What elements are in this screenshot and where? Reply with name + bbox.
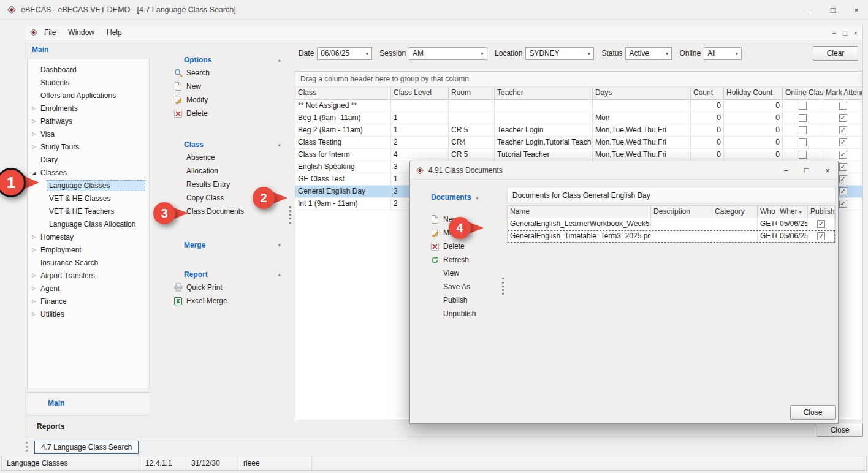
expand-tree-icon[interactable]: ▷ bbox=[30, 273, 38, 278]
menu-file[interactable]: File bbox=[39, 26, 61, 39]
document-row[interactable]: GeneralEnglish_LearnerWorkbook_Week5.pGE… bbox=[508, 218, 835, 230]
ribbon-item-search[interactable]: Search bbox=[154, 66, 288, 80]
mark-attend-checkbox[interactable]: ✓ bbox=[839, 114, 847, 122]
mark-attend-checkbox[interactable]: ✓ bbox=[839, 175, 847, 183]
dialog-maximize-button[interactable]: □ bbox=[796, 161, 817, 180]
chevron-down-icon[interactable]: ▾ bbox=[478, 48, 487, 59]
dialog-action-refresh[interactable]: Refresh bbox=[422, 253, 504, 267]
sidebar-item-offers-and-applications[interactable]: Offers and Applications bbox=[28, 89, 149, 102]
sidebar-item-pathways[interactable]: ▷Pathways bbox=[28, 115, 149, 127]
mark-attend-checkbox[interactable]: ✓ bbox=[839, 126, 847, 134]
sidebar-item-utilities[interactable]: ▷Utilities bbox=[28, 308, 149, 320]
column-header-class-level[interactable]: Class Level bbox=[391, 87, 449, 99]
sidebar-item-diary[interactable]: Diary bbox=[28, 153, 149, 166]
expand-tree-icon[interactable]: ▷ bbox=[30, 311, 38, 317]
ribbon-item-delete[interactable]: Delete bbox=[154, 107, 288, 120]
minimize-button[interactable]: − bbox=[798, 0, 821, 20]
sidebar-item-airport-transfers[interactable]: ▷Airport Transfers bbox=[28, 269, 149, 282]
column-header-teacher[interactable]: Teacher bbox=[495, 87, 593, 99]
mark-attend-checkbox[interactable]: ✓ bbox=[839, 187, 847, 195]
column-header-description[interactable]: Description bbox=[651, 206, 712, 218]
sidebar-item-vet-he-classes[interactable]: VET & HE Classes bbox=[28, 192, 149, 205]
online-class-checkbox[interactable] bbox=[799, 138, 807, 146]
mark-attend-checkbox[interactable]: ✓ bbox=[839, 163, 847, 171]
expand-tree-icon[interactable]: ▷ bbox=[30, 105, 38, 111]
dialog-close-button[interactable]: Close bbox=[790, 405, 836, 420]
close-button[interactable]: × bbox=[845, 0, 868, 20]
sidebar-item-study-tours[interactable]: ▷Study Tours bbox=[28, 140, 149, 153]
document-row[interactable]: GeneralEnglish_Timetable_Term3_2025.pdfG… bbox=[508, 230, 835, 243]
expand-tree-icon[interactable]: ▷ bbox=[30, 286, 38, 291]
column-header-name[interactable]: Name bbox=[508, 206, 651, 218]
filter-combo-location[interactable]: SYDNEY▾ bbox=[525, 47, 594, 60]
mdi-close-button[interactable]: × bbox=[854, 29, 858, 37]
collapse-group-icon[interactable]: ▴ bbox=[278, 271, 281, 278]
sidebar-item-visa[interactable]: ▷Visa bbox=[28, 127, 149, 140]
ribbon-item-excel-merge[interactable]: Excel Merge bbox=[154, 294, 288, 308]
online-class-checkbox[interactable] bbox=[799, 151, 807, 159]
online-class-checkbox[interactable] bbox=[799, 114, 807, 122]
sidebar-item-dashboard[interactable]: Dashboard bbox=[28, 63, 149, 76]
sidebar-item-agent[interactable]: ▷Agent bbox=[28, 282, 149, 295]
ribbon-group-header-merge[interactable]: Merge▾ bbox=[154, 239, 288, 251]
publish-checkbox[interactable]: ✓ bbox=[817, 232, 825, 240]
column-header-online-class[interactable]: Online Class bbox=[783, 87, 823, 99]
sidebar-item-employment[interactable]: ▷Employment bbox=[28, 243, 149, 256]
ribbon-item-absence[interactable]: Absence bbox=[154, 151, 288, 164]
expand-tree-icon[interactable]: ▷ bbox=[30, 298, 38, 304]
chevron-down-icon[interactable]: ▾ bbox=[732, 48, 741, 59]
expand-group-icon[interactable]: ▾ bbox=[278, 242, 281, 248]
expand-tree-icon[interactable]: ▷ bbox=[30, 118, 38, 124]
publish-checkbox[interactable]: ✓ bbox=[817, 220, 825, 228]
dialog-action-unpublish[interactable]: Unpublish bbox=[422, 307, 504, 320]
dialog-close-x-button[interactable]: × bbox=[817, 161, 838, 180]
dialog-minimize-button[interactable]: − bbox=[775, 161, 796, 180]
ribbon-group-header-options[interactable]: Options▴ bbox=[154, 54, 288, 66]
filter-combo-status[interactable]: Active▾ bbox=[625, 47, 672, 60]
mdi-minimize-button[interactable]: − bbox=[832, 29, 836, 37]
ribbon-group-header-report[interactable]: Report▴ bbox=[154, 268, 288, 281]
column-header-who[interactable]: Who bbox=[758, 206, 777, 218]
column-header-publish[interactable]: Publish bbox=[808, 206, 835, 218]
chevron-down-icon[interactable]: ▾ bbox=[584, 48, 593, 59]
table-row[interactable]: Beg 1 (9am -11am)1Mon00✓ bbox=[295, 112, 862, 124]
sidebar-item-students[interactable]: Students bbox=[28, 76, 149, 89]
table-row[interactable]: Class Testing2CR4Teacher Login,Tutorial … bbox=[295, 137, 862, 149]
sidebar-item-language-classes[interactable]: Language Classes bbox=[28, 179, 149, 192]
column-header-holiday-count[interactable]: Holiday Count bbox=[724, 87, 783, 99]
panel-splitter[interactable] bbox=[289, 206, 291, 224]
sidebar-footer-reports[interactable]: Reports bbox=[27, 415, 150, 436]
ribbon-item-allocation[interactable]: Allocation bbox=[154, 164, 288, 178]
menu-window[interactable]: Window bbox=[63, 26, 100, 39]
dialog-action-view[interactable]: View bbox=[422, 267, 504, 280]
sidebar-item-enrolments[interactable]: ▷Enrolments bbox=[28, 102, 149, 115]
chevron-down-icon[interactable]: ▾ bbox=[362, 48, 371, 59]
column-header-count[interactable]: Count bbox=[691, 87, 724, 99]
collapse-group-icon[interactable]: ▴ bbox=[476, 194, 479, 200]
expand-tree-icon[interactable]: ▷ bbox=[30, 131, 38, 137]
sidebar-item-vet-he-teachers[interactable]: VET & HE Teachers bbox=[28, 205, 149, 218]
chevron-down-icon[interactable]: ▾ bbox=[662, 48, 671, 59]
sidebar-item-insurance-search[interactable]: Insurance Search bbox=[28, 256, 149, 269]
column-header-room[interactable]: Room bbox=[449, 87, 495, 99]
documents-group-header[interactable]: Documents ▴ bbox=[431, 193, 479, 202]
collapse-group-icon[interactable]: ▴ bbox=[278, 57, 281, 63]
main-close-button[interactable]: Close bbox=[817, 423, 863, 437]
column-header-days[interactable]: Days bbox=[593, 87, 691, 99]
online-class-checkbox[interactable] bbox=[799, 102, 807, 110]
table-row[interactable]: Beg 2 (9am - 11am)1CR 5Teacher LoginMon,… bbox=[295, 124, 862, 137]
ribbon-group-header-class[interactable]: Class▴ bbox=[154, 138, 288, 151]
dialog-splitter[interactable] bbox=[502, 278, 504, 295]
mark-attend-checkbox[interactable]: ✓ bbox=[839, 151, 847, 159]
dialog-action-delete[interactable]: Delete bbox=[422, 240, 504, 253]
sidebar-item-homestay[interactable]: ▷Homestay bbox=[28, 230, 149, 243]
sidebar-item-finance[interactable]: ▷Finance bbox=[28, 295, 149, 308]
column-header-mark-attend[interactable]: Mark Attend bbox=[823, 87, 862, 99]
dialog-action-save-as[interactable]: Save As bbox=[422, 280, 504, 293]
mark-attend-checkbox[interactable] bbox=[839, 102, 847, 110]
ribbon-item-quick-print[interactable]: Quick Print bbox=[154, 281, 288, 294]
online-class-checkbox[interactable] bbox=[799, 126, 807, 134]
ribbon-item-modify[interactable]: Modify bbox=[154, 93, 288, 107]
collapse-group-icon[interactable]: ▴ bbox=[278, 142, 281, 148]
mark-attend-checkbox[interactable]: ✓ bbox=[839, 138, 847, 146]
